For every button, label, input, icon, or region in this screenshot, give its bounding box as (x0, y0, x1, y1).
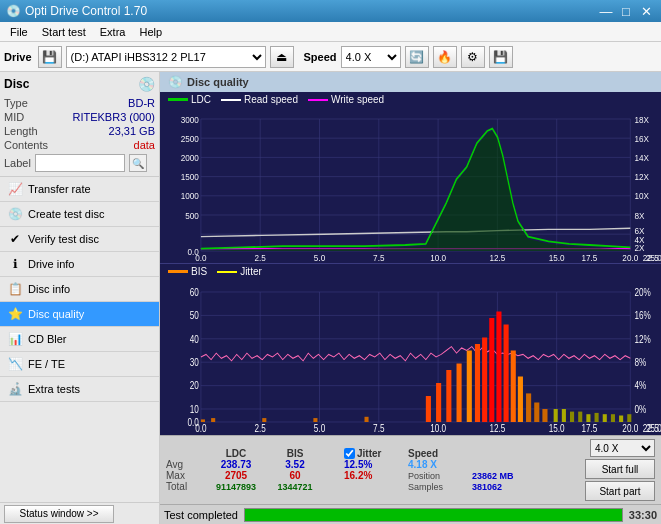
svg-rect-100 (511, 351, 516, 423)
menu-help[interactable]: Help (133, 25, 168, 39)
extra-tests-label: Extra tests (28, 383, 80, 395)
svg-text:16X: 16X (634, 133, 649, 144)
stats-max-label: Max (166, 470, 202, 481)
svg-text:5.0: 5.0 (314, 252, 325, 263)
svg-text:20: 20 (190, 381, 199, 392)
svg-rect-96 (482, 338, 487, 423)
svg-rect-103 (534, 403, 539, 423)
charts-container: LDC Read speed Write speed (160, 92, 661, 435)
settings-button[interactable]: ⚙ (461, 46, 485, 68)
bottom-chart-area: 60 50 40 30 20 10 0.0 20% 16% 12% 8% 4% (160, 279, 661, 435)
disc-length-value: 23,31 GB (109, 125, 155, 137)
cd-bler-icon: 📊 (8, 332, 22, 346)
title-bar-title: 💿 Opti Drive Control 1.70 (6, 4, 147, 18)
burn-button[interactable]: 🔥 (433, 46, 457, 68)
legend-bis-label: BIS (191, 266, 207, 277)
svg-rect-109 (586, 414, 590, 422)
menu-file[interactable]: File (4, 25, 34, 39)
start-full-button[interactable]: Start full (585, 459, 655, 479)
svg-rect-107 (570, 412, 574, 422)
sidebar-item-disc-quality[interactable]: ⭐ Disc quality (0, 302, 159, 327)
disc-header: Disc 💿 (4, 76, 155, 92)
menu-bar: File Start test Extra Help (0, 22, 661, 42)
transfer-rate-icon: 📈 (8, 182, 22, 196)
disc-label-row: Label 🔍 (4, 154, 155, 172)
disc-label-label: Label (4, 157, 31, 169)
svg-text:14X: 14X (634, 152, 649, 163)
disc-label-btn[interactable]: 🔍 (129, 154, 147, 172)
eject-button[interactable]: ⏏ (270, 46, 294, 68)
svg-text:8X: 8X (634, 210, 644, 221)
svg-rect-98 (496, 312, 501, 423)
menu-extra[interactable]: Extra (94, 25, 132, 39)
close-button[interactable]: ✕ (637, 2, 655, 20)
speed-select[interactable]: 4.0 X (341, 46, 401, 68)
speed-dropdown[interactable]: 4.0 X (590, 439, 655, 457)
top-chart: LDC Read speed Write speed (160, 92, 661, 263)
sidebar-item-cd-bler[interactable]: 📊 CD Bler (0, 327, 159, 352)
svg-text:7.5: 7.5 (373, 252, 384, 263)
verify-test-disc-icon: ✔ (8, 232, 22, 246)
disc-info-label: Disc info (28, 283, 70, 295)
disc-length-label: Length (4, 125, 38, 137)
sidebar-item-disc-info[interactable]: 📋 Disc info (0, 277, 159, 302)
svg-rect-105 (554, 409, 558, 422)
stats-avg-jitter: 12.5% (344, 459, 404, 470)
svg-rect-110 (595, 413, 599, 422)
svg-text:2.5: 2.5 (255, 424, 266, 435)
disc-length-row: Length 23,31 GB (4, 124, 155, 138)
right-panel: 💿 Disc quality LDC Read speed (160, 72, 661, 524)
svg-text:10.0: 10.0 (430, 252, 446, 263)
svg-rect-94 (467, 351, 472, 423)
legend-jitter-color (217, 271, 237, 273)
time-display: 33:30 (629, 509, 657, 521)
sidebar-item-verify-test-disc[interactable]: ✔ Verify test disc (0, 227, 159, 252)
drive-icon-btn[interactable]: 💾 (38, 46, 62, 68)
disc-section: Disc 💿 Type BD-R MID RITEKBR3 (000) Leng… (0, 72, 159, 177)
svg-text:0.0: 0.0 (195, 424, 206, 435)
sidebar-item-drive-info[interactable]: ℹ Drive info (0, 252, 159, 277)
status-window-button[interactable]: Status window >> (4, 505, 114, 523)
svg-text:0%: 0% (634, 404, 646, 415)
maximize-button[interactable]: □ (617, 2, 635, 20)
start-buttons-section: 4.0 X Start full Start part (585, 439, 655, 501)
left-panel: Disc 💿 Type BD-R MID RITEKBR3 (000) Leng… (0, 72, 160, 524)
minimize-button[interactable]: — (597, 2, 615, 20)
start-part-button[interactable]: Start part (585, 481, 655, 501)
stats-total-ldc: 91147893 (206, 482, 266, 492)
save-button[interactable]: 💾 (489, 46, 513, 68)
svg-text:18X: 18X (634, 114, 649, 125)
svg-rect-99 (504, 325, 509, 423)
svg-rect-108 (578, 412, 582, 422)
sidebar-item-create-test-disc[interactable]: 💿 Create test disc (0, 202, 159, 227)
legend-bis-color (168, 270, 188, 273)
svg-text:17.5: 17.5 (581, 424, 597, 435)
jitter-checkbox[interactable] (344, 448, 355, 459)
transfer-rate-label: Transfer rate (28, 183, 91, 195)
refresh-button[interactable]: 🔄 (405, 46, 429, 68)
svg-text:50: 50 (190, 310, 199, 321)
svg-rect-95 (475, 344, 480, 422)
drive-select[interactable]: (D:) ATAPI iHBS312 2 PL17 (66, 46, 266, 68)
svg-text:20%: 20% (634, 287, 650, 298)
stats-max-jitter: 16.2% (344, 470, 404, 481)
sidebar-item-transfer-rate[interactable]: 📈 Transfer rate (0, 177, 159, 202)
disc-quality-icon: ⭐ (8, 307, 22, 321)
disc-mid-label: MID (4, 111, 24, 123)
stats-speed-value: 4.18 X (408, 459, 468, 470)
sidebar-item-fe-te[interactable]: 📉 FE / TE (0, 352, 159, 377)
extra-tests-icon: 🔬 (8, 382, 22, 396)
svg-text:15.0: 15.0 (549, 252, 565, 263)
svg-text:10X: 10X (634, 191, 649, 202)
legend-ldc-color (168, 98, 188, 101)
disc-quality-label: Disc quality (28, 308, 84, 320)
sidebar-item-extra-tests[interactable]: 🔬 Extra tests (0, 377, 159, 402)
disc-quality-header-icon: 💿 (168, 75, 183, 89)
legend-bis: BIS (168, 266, 207, 277)
svg-text:20.0: 20.0 (622, 252, 638, 263)
title-bar: 💿 Opti Drive Control 1.70 — □ ✕ (0, 0, 661, 22)
disc-label-input[interactable] (35, 154, 125, 172)
speed-label: Speed (304, 51, 337, 63)
menu-start-test[interactable]: Start test (36, 25, 92, 39)
stats-avg-bis: 3.52 (270, 459, 320, 470)
